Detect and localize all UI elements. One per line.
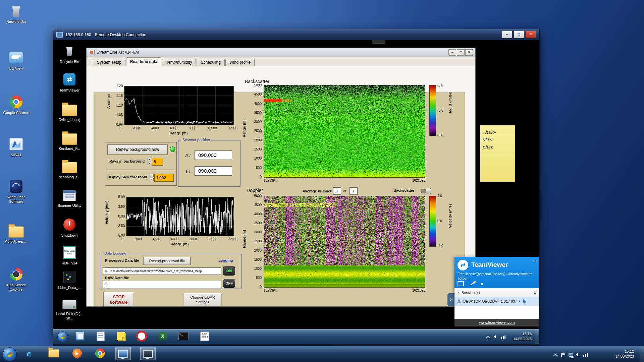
remote-icon-recycle-bin[interactable]: Recycle Bin: [54, 43, 85, 64]
show-hidden-icons[interactable]: [486, 335, 492, 340]
backscatter-toggle[interactable]: [421, 189, 431, 193]
down-arrow-icon[interactable]: ▼: [150, 178, 154, 181]
maximize-button[interactable]: □: [457, 49, 465, 56]
az-field[interactable]: 090.000: [195, 150, 232, 160]
network-icon[interactable]: [583, 353, 589, 358]
remote-icon-lidar-data[interactable]: Lidar_Data_...: [54, 269, 85, 290]
taskbar-remote-desktop-active[interactable]: [115, 347, 131, 360]
teamviewer-link[interactable]: www.teamviewer.com: [479, 320, 515, 324]
taskbar-notepad[interactable]: [94, 330, 107, 342]
host-clock[interactable]: 15:12 14/08/2023: [600, 349, 634, 359]
action-center-icon[interactable]: [561, 353, 567, 358]
volume-icon[interactable]: [494, 335, 499, 341]
doppler-colorbar: [429, 196, 436, 247]
desktop-icon-mw41[interactable]: MW41: [1, 136, 32, 157]
average-number-field[interactable]: 1: [333, 187, 341, 195]
taskbar-scan-sched[interactable]: Scan sched: [198, 330, 211, 342]
renew-background-button[interactable]: Renew background now: [107, 144, 168, 155]
close-button[interactable]: ×: [465, 49, 473, 56]
up-arrow-icon[interactable]: ▲: [148, 158, 151, 161]
dropdown-icon[interactable]: ▼: [519, 300, 521, 303]
volume-icon[interactable]: [576, 353, 581, 358]
tab-real-time-data[interactable]: Real time data: [126, 57, 161, 66]
sticky-note[interactable]: : halo- 0f1d phan: [480, 125, 515, 182]
logging-off-button[interactable]: OFF: [223, 279, 235, 288]
taskbar-sticky-notes[interactable]: [114, 330, 128, 342]
backscatter-canvas: [264, 85, 425, 178]
remote-icon-kentland[interactable]: Kentland_F...: [54, 130, 85, 151]
taskbar-media-player[interactable]: ▶: [70, 347, 85, 360]
remote-icon-rdp-v14[interactable]: Raw Data Proc RDP_v14: [54, 244, 85, 265]
taskbar-chrome[interactable]: [93, 347, 107, 360]
desktop-icon-bl-view[interactable]: BL-View: [1, 50, 32, 71]
remote-icon-shutdown[interactable]: Shutdown: [54, 217, 85, 238]
show-desktop-button[interactable]: [640, 346, 644, 362]
show-desktop-button[interactable]: [535, 329, 539, 344]
session-list-header[interactable]: ▼ Session list ⚙: [454, 288, 539, 297]
change-lidar-settings-button[interactable]: Change LiDAR Settings: [183, 293, 222, 307]
desktop-icon-recycle-bin[interactable]: Recycle Bin: [1, 3, 32, 24]
close-button[interactable]: ×: [525, 31, 536, 39]
session-entry[interactable]: DESKTOP-OE0QDVI (1 817 937 ▼: [454, 297, 539, 306]
rdp-connection-bar[interactable]: [372, 40, 385, 44]
raw-path-field[interactable]: [109, 281, 221, 288]
desktop-icon-google-chrome[interactable]: Google Chrome: [1, 94, 32, 115]
doppler-graph: Range (m) 500045004000350030002500200015…: [241, 195, 465, 299]
remote-icon-scanning[interactable]: scanning_r...: [54, 158, 85, 179]
start-button[interactable]: [3, 347, 17, 361]
desktop-icon-autoscreen[interactable]: AutoScreen...: [1, 223, 32, 244]
tick-label: 4500: [254, 93, 262, 96]
teamviewer-footer[interactable]: www.teamviewer.com: [454, 319, 539, 326]
processed-path-field[interactable]: C:\Lidar\Data\Proc\2023\202308\20230814\…: [109, 267, 221, 275]
tab-wind-profile[interactable]: Wind profile: [225, 59, 255, 66]
taskbar-remote-viewer-active[interactable]: [140, 347, 156, 360]
monitor-icon[interactable]: [458, 281, 464, 286]
tab-scheduling[interactable]: Scheduling: [197, 59, 224, 66]
backscatter-cbticks: -3.0-5.5-8.0: [437, 83, 443, 137]
rays-stepper[interactable]: ▲▼: [148, 158, 151, 165]
remote-icon-scanner-utility[interactable]: Scanner Utility: [54, 187, 85, 208]
minimize-button[interactable]: –: [448, 49, 456, 56]
taskbar-shutdown-app[interactable]: [135, 330, 148, 342]
teamviewer-collapse-tab[interactable]: ›: [447, 293, 454, 306]
maximize-button[interactable]: □: [514, 31, 524, 39]
collapse-icon[interactable]: «: [481, 281, 483, 286]
drive-icon[interactable]: C:\: [103, 267, 109, 275]
taskbar-console[interactable]: >_: [177, 330, 190, 342]
average-of-field[interactable]: 1: [350, 187, 358, 195]
up-arrow-icon[interactable]: ▲: [150, 174, 154, 177]
monitor-tray-icon[interactable]: [569, 353, 574, 358]
taskbar-internet-explorer[interactable]: e: [21, 347, 36, 360]
el-field[interactable]: 090.000: [195, 166, 232, 176]
drive-icon[interactable]: C:\: [103, 281, 109, 288]
rdp-titlebar[interactable]: 192.168.0.150 - Remote Desktop Connectio…: [53, 29, 539, 40]
desktop-icon-label: Lidar_Data_...: [54, 286, 85, 290]
taskbar-excel[interactable]: X: [156, 330, 169, 342]
desktop-icon-wind-lidar[interactable]: Wind Lidar Software: [1, 178, 32, 204]
rays-value-field[interactable]: 8: [152, 158, 163, 166]
brush-icon[interactable]: [470, 282, 474, 285]
taskbar-explorer[interactable]: [46, 347, 61, 360]
down-arrow-icon[interactable]: ▼: [148, 162, 151, 165]
gear-icon[interactable]: ⚙: [533, 291, 537, 295]
stop-software-button[interactable]: STOP software: [103, 292, 134, 307]
tab-system-setup[interactable]: System setup: [93, 59, 125, 66]
snr-value-field[interactable]: 1.002: [154, 174, 174, 182]
minimize-button[interactable]: –: [502, 31, 513, 39]
restart-processed-file-button[interactable]: Restart processed file: [143, 257, 191, 265]
host-system-tray: [553, 351, 590, 358]
remote-clock[interactable]: 15:13 14/08/2023: [507, 331, 532, 342]
tab-temp-humidity[interactable]: Temp/humidity: [162, 59, 196, 66]
logging-on-button[interactable]: ON: [223, 266, 235, 276]
remote-icon-teamviewer[interactable]: ⇄ TeamViewer: [54, 71, 85, 93]
taskbar-app-window[interactable]: [73, 330, 87, 342]
network-icon[interactable]: [501, 335, 506, 341]
remote-icon-local-disk[interactable]: Local Disk (C:) - Sh...: [54, 295, 85, 320]
snr-stepper[interactable]: ▲▼: [150, 174, 154, 181]
desktop-icon-auto-screen-capture[interactable]: Auto Screen Capture: [1, 266, 32, 292]
close-icon[interactable]: ×: [531, 258, 537, 264]
show-hidden-icons[interactable]: [554, 352, 559, 358]
start-button[interactable]: [57, 331, 68, 342]
streamline-titlebar[interactable]: StreamLine XR v14-6.vi – □ ×: [87, 48, 475, 57]
remote-icon-cville-testing[interactable]: Cville_testing: [54, 101, 85, 122]
